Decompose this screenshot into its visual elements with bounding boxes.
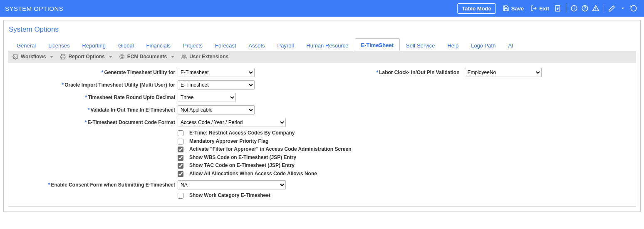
exit-label: Exit <box>539 5 549 12</box>
row-validate-inout: *Validate In-Out Time In E-Timesheet Not… <box>13 104 351 116</box>
select-doc-code-format[interactable]: Access Code / Year / Period <box>178 118 286 127</box>
report-options-button[interactable]: Report Options <box>60 54 112 60</box>
tab-bar: General Licenses Reporting Global Financ… <box>8 38 636 51</box>
svg-rect-13 <box>62 57 64 59</box>
tab-projects[interactable]: Projects <box>177 39 209 51</box>
app-header: SYSTEM OPTIONS Table Mode Save Exit <box>0 0 644 17</box>
svg-point-14 <box>120 55 124 59</box>
label-doc-code-format: *E-Timesheet Document Code Format <box>13 119 178 125</box>
main-panel: System Options General Licenses Reportin… <box>3 20 641 212</box>
row-chk-allow-all-alloc: Allow All Allocations When Access Code A… <box>13 171 351 177</box>
row-rate-round: *Timesheet Rate Round Upto Decimal Three <box>13 92 351 103</box>
refresh-icon[interactable] <box>628 3 639 14</box>
print-icon <box>60 54 66 60</box>
row-doc-code-format: *E-Timesheet Document Code Format Access… <box>13 117 351 128</box>
checkbox-show-wbs[interactable] <box>178 155 183 161</box>
label-consent: *Enable Consent Form when Submitting E-T… <box>13 182 178 188</box>
help-icon[interactable] <box>580 3 590 14</box>
label-oracle-import: *Oracle Import Timesheet Utility (Multi … <box>13 82 178 88</box>
app-title: SYSTEM OPTIONS <box>5 5 63 12</box>
label-generate-ts-util: *Generate Timesheet Utility for <box>13 70 178 75</box>
workflows-label: Workflows <box>21 54 46 60</box>
tab-licenses[interactable]: Licenses <box>42 39 76 51</box>
dropdown-caret-icon[interactable] <box>617 3 628 14</box>
row-chk-show-work-cat: Show Work Category E-Timesheet <box>13 192 351 199</box>
edit-icon[interactable] <box>607 3 617 14</box>
label-rate-round: *Timesheet Rate Round Upto Decimal <box>13 95 178 100</box>
report-options-label: Report Options <box>68 54 104 60</box>
row-chk-restrict-access: E-Time: Restrict Access Codes By Company <box>13 130 351 137</box>
select-rate-round[interactable]: Three <box>178 93 236 102</box>
form-area: *Generate Timesheet Utility for E-Timesh… <box>8 62 636 207</box>
user-extensions-label: User Extensions <box>189 54 228 60</box>
label-chk-restrict-access: E-Time: Restrict Access Codes By Company <box>189 130 295 137</box>
exit-button[interactable]: Exit <box>527 3 552 13</box>
select-oracle-import[interactable]: E-Timesheet <box>178 80 255 90</box>
checkbox-show-work-cat[interactable] <box>178 193 183 199</box>
tab-payroll[interactable]: Payroll <box>271 39 300 51</box>
ecm-documents-label: ECM Documents <box>127 54 167 60</box>
save-icon <box>503 5 509 12</box>
tab-global[interactable]: Global <box>112 39 140 51</box>
save-label: Save <box>511 5 524 12</box>
tab-help[interactable]: Help <box>441 39 465 51</box>
tab-financials[interactable]: Financials <box>140 39 177 51</box>
label-chk-mandatory-approver: Mandatory Approver Priority Flag <box>189 138 268 145</box>
table-mode-button[interactable]: Table Mode <box>457 3 496 14</box>
save-button[interactable]: Save <box>499 3 527 13</box>
ecm-documents-button[interactable]: ECM Documents <box>119 54 174 60</box>
select-labor-clock[interactable]: EmployeeNo <box>465 68 542 77</box>
svg-point-9 <box>585 10 585 10</box>
tab-ai[interactable]: AI <box>502 39 519 51</box>
svg-point-12 <box>15 56 16 57</box>
gear-icon <box>12 54 18 60</box>
select-validate-inout[interactable]: Not Applicable <box>178 105 255 114</box>
row-chk-filter-for-approver: Activate "Filter for Approver" in Access… <box>13 146 351 153</box>
exit-icon <box>530 5 537 12</box>
tab-reporting[interactable]: Reporting <box>76 39 112 51</box>
tab-forecast[interactable]: Forecast <box>209 39 243 51</box>
row-generate-ts-util: *Generate Timesheet Utility for E-Timesh… <box>13 67 351 78</box>
checkbox-filter-for-approver[interactable] <box>178 147 183 152</box>
user-extensions-button[interactable]: User Extensions <box>181 54 228 60</box>
svg-point-17 <box>184 55 186 57</box>
row-consent: *Enable Consent Form when Submitting E-T… <box>13 179 351 191</box>
tab-assets[interactable]: Assets <box>243 39 271 51</box>
row-labor-clock: *Labor Clock- In/Out Pin Validation Empl… <box>376 67 541 78</box>
tab-logo-path[interactable]: Logo Path <box>465 39 502 51</box>
info-icon[interactable] <box>569 3 580 14</box>
workflows-button[interactable]: Workflows <box>12 54 53 60</box>
panel-title: System Options <box>8 24 636 38</box>
header-divider-2 <box>604 4 604 13</box>
svg-point-11 <box>596 10 596 10</box>
tab-e-timesheet[interactable]: E-TimeSheet <box>355 38 400 51</box>
label-labor-clock: *Labor Clock- In/Out Pin Validation <box>376 70 462 75</box>
tab-human-resource[interactable]: Human Resource <box>300 39 354 51</box>
label-chk-show-tac: Show TAC Code on E-Timesheet (JSP) Entry <box>189 162 295 169</box>
checkbox-show-tac[interactable] <box>178 163 183 169</box>
label-chk-show-work-cat: Show Work Category E-Timesheet <box>189 192 270 199</box>
checkbox-allow-all-alloc[interactable] <box>178 171 183 177</box>
row-chk-show-wbs: Show WBS Code on E-Timesheet (JSP) Entry <box>13 154 351 161</box>
header-divider <box>566 4 566 13</box>
svg-point-15 <box>121 56 123 58</box>
checkbox-restrict-access[interactable] <box>178 130 183 136</box>
checkbox-mandatory-approver[interactable] <box>178 139 183 144</box>
row-chk-mandatory-approver: Mandatory Approver Priority Flag <box>13 138 351 145</box>
warning-icon[interactable] <box>590 3 601 14</box>
label-validate-inout: *Validate In-Out Time In E-Timesheet <box>13 107 178 113</box>
label-chk-allow-all-alloc: Allow All Allocations When Access Code A… <box>189 171 317 177</box>
tab-self-service[interactable]: Self Service <box>400 39 441 51</box>
svg-point-7 <box>574 7 575 7</box>
label-chk-filter-for-approver: Activate "Filter for Approver" in Access… <box>189 146 351 153</box>
left-column: *Generate Timesheet Utility for E-Timesh… <box>13 67 351 200</box>
chevron-down-icon <box>50 56 53 58</box>
svg-point-16 <box>182 55 184 57</box>
chevron-down-icon <box>171 56 174 58</box>
right-column: *Labor Clock- In/Out Pin Validation Empl… <box>376 67 541 200</box>
select-generate-ts-util[interactable]: E-Timesheet <box>178 68 255 77</box>
tab-general[interactable]: General <box>10 39 42 51</box>
notes-icon[interactable] <box>552 3 563 14</box>
document-icon <box>119 54 125 60</box>
select-consent[interactable]: NA <box>178 180 286 189</box>
